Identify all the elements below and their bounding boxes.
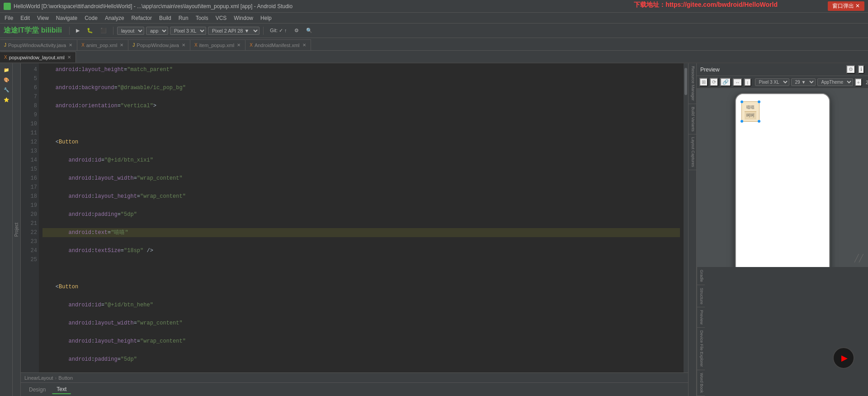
close-window-button[interactable]: 窗口弹出 ✕ bbox=[828, 1, 864, 11]
layout-captures-label[interactable]: Layout Captures bbox=[689, 134, 696, 170]
structure-icon[interactable]: 🔧 bbox=[2, 85, 11, 94]
toolbar-search-btn[interactable]: 🔍 bbox=[303, 27, 315, 34]
tab-close-btn[interactable]: ✕ bbox=[119, 43, 124, 48]
file-tabs-row1: J PopupWindowActivity.java ✕ X anim_pop.… bbox=[0, 38, 868, 51]
toolbar-settings-btn[interactable]: ⚙ bbox=[292, 27, 302, 34]
floating-play-button[interactable] bbox=[833, 347, 854, 369]
popup-button-2: 呵呵 bbox=[745, 111, 756, 119]
breadcrumb-button[interactable]: Button bbox=[58, 375, 73, 381]
git-btn[interactable]: Git: ✓ ↑ bbox=[267, 27, 290, 34]
toolbar-run-btn[interactable]: ▶ bbox=[73, 27, 82, 34]
code-editor[interactable]: android:layout_height="match_parent" and… bbox=[39, 63, 684, 372]
java-icon: J bbox=[4, 43, 6, 48]
device-explorer-label[interactable]: Device File Explorer bbox=[697, 328, 705, 370]
toolbar-logo: 途途IT学堂 bilibili bbox=[4, 26, 62, 35]
layout-dropdown[interactable]: layout bbox=[117, 27, 144, 35]
project-icon[interactable]: 📁 bbox=[2, 65, 11, 74]
tab-popupwindow[interactable]: J PopupWindow.java ✕ bbox=[128, 39, 190, 50]
word-book-label[interactable]: Word Book bbox=[697, 370, 705, 396]
favorites-icon[interactable]: ⭐ bbox=[2, 95, 11, 104]
menu-refactor[interactable]: Refactor bbox=[129, 14, 155, 22]
gradle-label[interactable]: Gradle bbox=[697, 267, 705, 285]
menu-help[interactable]: Help bbox=[258, 14, 274, 22]
menu-bar: File Edit View Navigate Code Analyze Ref… bbox=[0, 13, 868, 24]
tab-popupactivity[interactable]: J PopupWindowActivity.java ✕ bbox=[0, 39, 77, 50]
tab-label: PopupWindowActivity.java bbox=[8, 43, 66, 48]
tab-close-btn[interactable]: ✕ bbox=[236, 43, 241, 48]
menu-view[interactable]: View bbox=[34, 14, 52, 22]
api-dropdown[interactable]: Pixel 2 API 28 ▼ bbox=[208, 27, 259, 35]
tab-itempopup[interactable]: X item_popup.xml ✕ bbox=[190, 39, 245, 50]
xml-icon: X bbox=[81, 43, 85, 48]
line-numbers: 4 5 6 7 8 9 10 11 12 13 14 15 16 17 18 1… bbox=[21, 63, 39, 372]
project-panel: Project bbox=[13, 63, 21, 396]
tab-close-btn[interactable]: ✕ bbox=[302, 43, 307, 48]
preview-vert-btn[interactable]: ↕ bbox=[744, 78, 751, 86]
menu-window[interactable]: Window bbox=[231, 14, 256, 22]
menu-navigate[interactable]: Navigate bbox=[53, 14, 80, 22]
zoom-level: 21% bbox=[866, 80, 868, 85]
zoom-in-btn[interactable]: + bbox=[855, 78, 862, 86]
menu-tools[interactable]: Tools bbox=[193, 14, 211, 22]
tab-label: item_popup.xml bbox=[199, 43, 235, 48]
phone-screen: 嘻嘻 呵呵 bbox=[736, 94, 829, 267]
preview-theme-selector[interactable]: AppTheme bbox=[817, 78, 853, 86]
editor-bottom-tabs: Design Text bbox=[21, 382, 688, 396]
main-layout: 📁 🎨 🔧 ⭐ Project 4 5 6 7 8 9 10 11 12 13 … bbox=[0, 63, 868, 396]
title-bar: HelloWorld [D:\workspace\ttit\android\He… bbox=[0, 0, 868, 13]
preview-device-selector[interactable]: Pixel 3 XL bbox=[755, 78, 789, 86]
scroll-thumb[interactable] bbox=[684, 68, 687, 95]
preview-content: 嘻嘻 呵呵 ╱╱ bbox=[697, 89, 868, 267]
build-variants-label[interactable]: Build Variants bbox=[689, 104, 696, 135]
breadcrumb-sep: › bbox=[55, 375, 57, 381]
menu-build[interactable]: Build bbox=[156, 14, 174, 22]
menu-run[interactable]: Run bbox=[176, 14, 191, 22]
tab-label: anim_pop.xml bbox=[86, 43, 117, 48]
design-tab[interactable]: Design bbox=[24, 386, 50, 394]
preview-grid-btn[interactable]: ⊞ bbox=[699, 78, 708, 86]
java-icon: J bbox=[132, 43, 135, 48]
tab-manifest[interactable]: X AndroidManifest.xml ✕ bbox=[245, 39, 311, 50]
code-scrollbar[interactable] bbox=[684, 63, 688, 372]
app-dropdown[interactable]: app bbox=[146, 27, 168, 35]
menu-analyze[interactable]: Analyze bbox=[102, 14, 127, 22]
sel-handle-tl bbox=[741, 100, 743, 103]
preview-settings-btn[interactable]: ⚙ bbox=[846, 65, 855, 74]
toolbar-divider-2 bbox=[113, 27, 113, 35]
tab-close-btn[interactable]: ✕ bbox=[66, 55, 72, 60]
menu-edit[interactable]: Edit bbox=[18, 14, 33, 22]
left-sidebar: 📁 🎨 🔧 ⭐ bbox=[0, 63, 13, 396]
resource-icon[interactable]: 🎨 bbox=[2, 75, 11, 84]
tab-close-btn[interactable]: ✕ bbox=[181, 43, 186, 48]
structure-label[interactable]: Structure bbox=[697, 285, 705, 308]
preview-api-selector[interactable]: 29 ▼ bbox=[791, 78, 816, 86]
menu-file[interactable]: File bbox=[2, 14, 16, 22]
tab-label: AndroidManifest.xml bbox=[255, 43, 300, 48]
tab-anim[interactable]: X anim_pop.xml ✕ bbox=[77, 39, 128, 50]
menu-code[interactable]: Code bbox=[82, 14, 100, 22]
preview-info-btn[interactable]: ℹ bbox=[858, 65, 864, 74]
menu-vcs[interactable]: VCS bbox=[213, 14, 230, 22]
tab-popupwindow-layout[interactable]: X popupwindow_layout.xml ✕ bbox=[0, 52, 76, 62]
breadcrumb-linearlayout[interactable]: LinearLayout bbox=[24, 375, 53, 381]
toolbar-divider-3 bbox=[263, 27, 264, 35]
preview-title: Preview bbox=[700, 67, 844, 73]
preview-side-label[interactable]: Preview bbox=[697, 307, 705, 328]
toolbar-stop-btn[interactable]: ⬛ bbox=[98, 27, 109, 34]
toolbar-debug-btn[interactable]: 🐛 bbox=[84, 27, 96, 34]
resource-manager-label[interactable]: Resource Manager bbox=[689, 63, 696, 104]
device-dropdown[interactable]: Pixel 3 XL bbox=[170, 27, 206, 35]
code-container[interactable]: 4 5 6 7 8 9 10 11 12 13 14 15 16 17 18 1… bbox=[21, 63, 688, 372]
toolbar: 途途IT学堂 bilibili ▶ 🐛 ⬛ layout app Pixel 3… bbox=[0, 24, 868, 38]
sel-handle-tr bbox=[758, 100, 760, 103]
preview-orient-btn[interactable]: ⟳ bbox=[710, 78, 718, 86]
sel-handle-bl bbox=[741, 120, 743, 123]
tab-close-btn[interactable]: ✕ bbox=[68, 43, 73, 48]
preview-horiz-btn[interactable]: ↔ bbox=[733, 78, 742, 86]
editor-area: 4 5 6 7 8 9 10 11 12 13 14 15 16 17 18 1… bbox=[21, 63, 688, 396]
preview-link-btn[interactable]: 🔗 bbox=[720, 78, 731, 86]
text-tab[interactable]: Text bbox=[52, 385, 71, 394]
breadcrumb: LinearLayout › Button bbox=[21, 372, 688, 382]
diagonal-indicator: ╱╱ bbox=[854, 254, 863, 262]
preview-right-bar: Gradle Structure Preview Device File Exp… bbox=[697, 267, 705, 396]
